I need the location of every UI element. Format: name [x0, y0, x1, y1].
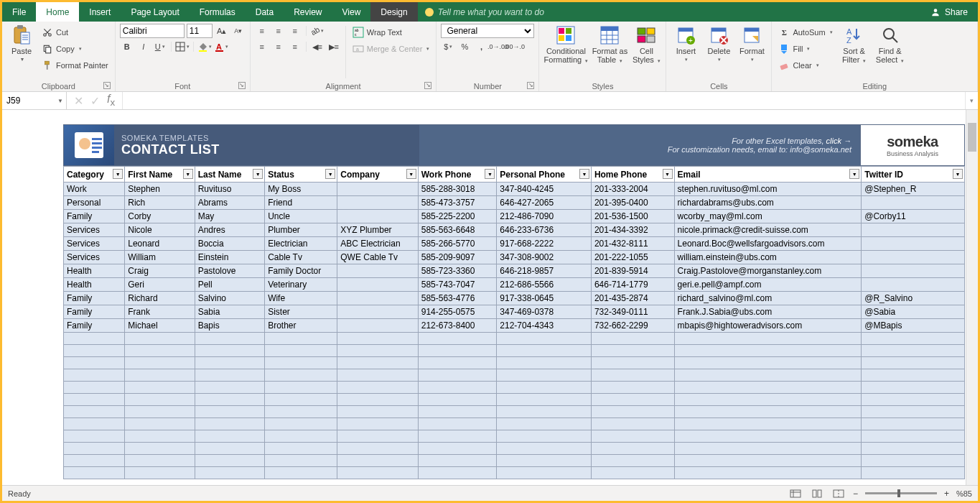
table-cell[interactable]: Work	[64, 183, 125, 196]
table-row[interactable]	[64, 345, 965, 357]
table-cell[interactable]: william.einstein@ubs.com	[674, 251, 862, 264]
align-middle-button[interactable]: ≡	[271, 24, 286, 38]
table-cell[interactable]: Bapis	[195, 319, 264, 333]
table-row[interactable]: FamilyRichardSalvinoWife585-563-4776917-…	[64, 292, 965, 305]
table-row[interactable]: FamilyCorbyMayUncle585-225-2200212-486-7…	[64, 210, 965, 223]
table-cell[interactable]	[64, 455, 125, 467]
table-cell[interactable]: Services	[64, 251, 125, 264]
table-cell[interactable]	[674, 406, 862, 418]
table-cell[interactable]: nicole.primack@credit-suisse.com	[674, 223, 862, 237]
zoom-slider[interactable]	[865, 492, 937, 494]
font-color-button[interactable]: A ▾	[214, 40, 228, 54]
table-cell[interactable]: My Boss	[265, 183, 337, 196]
table-cell[interactable]	[497, 430, 592, 443]
tab-view[interactable]: View	[332, 2, 371, 22]
table-cell[interactable]	[64, 382, 125, 394]
table-cell[interactable]: Richard	[125, 292, 195, 305]
merge-center-button[interactable]: a Merge & Center ▾	[350, 42, 432, 56]
table-cell[interactable]	[862, 251, 965, 264]
fill-button[interactable]: Fill▾	[776, 42, 834, 56]
table-cell[interactable]	[195, 357, 264, 369]
table-cell[interactable]: richardabrams@ubs.com	[674, 196, 862, 210]
table-cell[interactable]	[418, 369, 497, 382]
table-cell[interactable]: Family Doctor	[265, 264, 337, 278]
increase-font-button[interactable]: A▴	[215, 24, 229, 38]
table-row[interactable]	[64, 467, 965, 479]
table-cell[interactable]: 347-308-9002	[497, 251, 592, 264]
table-cell[interactable]	[591, 345, 674, 357]
table-cell[interactable]: 212-486-7090	[497, 210, 592, 223]
table-cell[interactable]: Frank.J.Sabia@ubs.com	[674, 305, 862, 319]
table-cell[interactable]: Cable Tv	[265, 251, 337, 264]
table-cell[interactable]	[64, 418, 125, 430]
share-button[interactable]: Share	[920, 2, 978, 22]
borders-button[interactable]: ▾	[175, 40, 190, 54]
table-row[interactable]	[64, 418, 965, 430]
table-cell[interactable]: 201-432-8111	[591, 237, 674, 251]
table-row[interactable]: PersonalRichAbramsFriend585-473-3757646-…	[64, 196, 965, 210]
table-cell[interactable]	[497, 443, 592, 455]
table-cell[interactable]	[418, 382, 497, 394]
table-cell[interactable]	[195, 467, 264, 479]
vertical-scrollbar[interactable]	[966, 110, 978, 485]
paste-button[interactable]: Paste ▼	[6, 24, 37, 62]
table-cell[interactable]	[674, 369, 862, 382]
table-cell[interactable]: Geri	[125, 278, 195, 292]
table-cell[interactable]: 212-704-4343	[497, 319, 592, 333]
table-cell[interactable]	[862, 369, 965, 382]
column-header[interactable]: Home Phone▼	[591, 167, 674, 183]
table-cell[interactable]	[195, 443, 264, 455]
table-row[interactable]	[64, 406, 965, 418]
table-cell[interactable]	[591, 369, 674, 382]
table-row[interactable]: FamilyMichaelBapisBrother212-673-8400212…	[64, 319, 965, 333]
filter-dropdown-icon[interactable]: ▼	[485, 169, 495, 179]
zoom-out-button[interactable]: −	[853, 489, 858, 499]
table-cell[interactable]: Stephen	[125, 183, 195, 196]
table-cell[interactable]	[337, 264, 419, 278]
table-cell[interactable]: Electrician	[265, 237, 337, 251]
table-cell[interactable]: Health	[64, 264, 125, 278]
table-cell[interactable]: @Sabia	[862, 305, 965, 319]
table-cell[interactable]	[337, 305, 419, 319]
table-cell[interactable]	[418, 467, 497, 479]
underline-button[interactable]: U▾	[153, 40, 167, 54]
table-cell[interactable]: Corby	[125, 210, 195, 223]
table-cell[interactable]	[497, 394, 592, 406]
table-cell[interactable]: @Corby11	[862, 210, 965, 223]
table-row[interactable]	[64, 369, 965, 382]
table-cell[interactable]	[591, 357, 674, 369]
table-cell[interactable]: @Stephen_R	[862, 183, 965, 196]
tab-file[interactable]: File	[2, 2, 36, 22]
table-cell[interactable]	[64, 369, 125, 382]
column-header[interactable]: Status▼	[265, 167, 337, 183]
table-cell[interactable]	[862, 467, 965, 479]
table-row[interactable]: WorkStephenRuvitusoMy Boss585-288-301834…	[64, 183, 965, 196]
normal-view-button[interactable]	[788, 488, 803, 499]
align-bottom-button[interactable]: ≡	[288, 24, 302, 38]
table-cell[interactable]: QWE Cable Tv	[337, 251, 419, 264]
table-cell[interactable]	[418, 418, 497, 430]
table-cell[interactable]: 585-723-3360	[418, 264, 497, 278]
table-cell[interactable]: Frank	[125, 305, 195, 319]
table-cell[interactable]: 917-338-0645	[497, 292, 592, 305]
table-cell[interactable]: 201-434-3392	[591, 223, 674, 237]
table-cell[interactable]	[337, 394, 419, 406]
dialog-launcher-icon[interactable]: ↘	[103, 82, 111, 89]
cell-styles-button[interactable]: Cell Styles ▾	[631, 24, 661, 64]
table-cell[interactable]	[674, 394, 862, 406]
table-cell[interactable]	[418, 345, 497, 357]
table-cell[interactable]: Andres	[195, 223, 264, 237]
filter-dropdown-icon[interactable]: ▼	[406, 169, 416, 179]
table-cell[interactable]: 201-536-1500	[591, 210, 674, 223]
table-cell[interactable]	[418, 333, 497, 345]
table-cell[interactable]: 347-469-0378	[497, 305, 592, 319]
table-cell[interactable]	[125, 406, 195, 418]
tell-me-search[interactable]: Tell me what you want to do	[418, 2, 551, 22]
table-cell[interactable]	[337, 319, 419, 333]
table-cell[interactable]	[265, 345, 337, 357]
table-cell[interactable]	[674, 333, 862, 345]
table-cell[interactable]: May	[195, 210, 264, 223]
clear-button[interactable]: Clear▾	[776, 58, 834, 73]
table-cell[interactable]	[64, 430, 125, 443]
table-cell[interactable]	[591, 467, 674, 479]
